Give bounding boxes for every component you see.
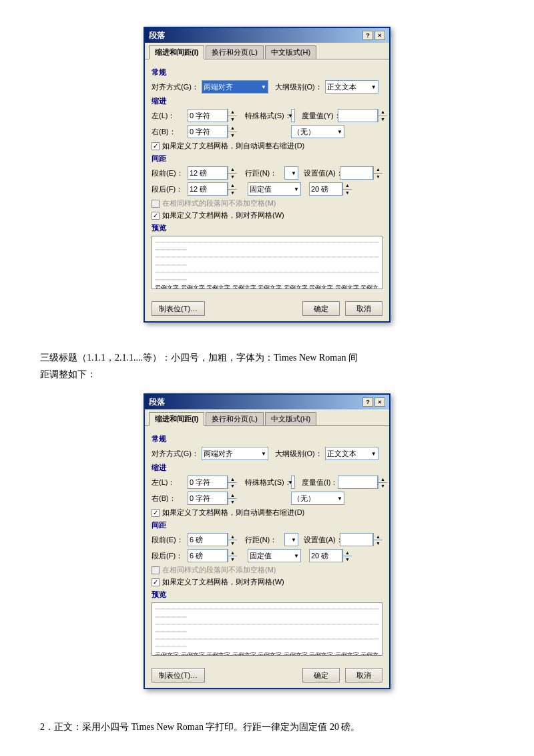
outline-dropdown[interactable]: 正文文本 ▼: [325, 80, 378, 93]
cancel-button[interactable]: 取消: [345, 301, 382, 316]
before-up[interactable]: ▲: [228, 166, 237, 173]
left-indent-up[interactable]: ▲: [228, 109, 237, 116]
right-indent-spinner[interactable]: ▲ ▼: [228, 125, 237, 138]
dialog2-measure-down[interactable]: ▼: [378, 482, 387, 490]
dialog2-fixed-dropdown[interactable]: 固定值 ▼: [248, 549, 301, 562]
dialog2-setting-group: ▲ ▼: [340, 533, 382, 546]
measure-up[interactable]: ▲: [378, 109, 387, 116]
line-spacing-dropdown[interactable]: ▼: [284, 166, 298, 180]
dialog2-setting-spinner[interactable]: ▲ ▼: [373, 533, 382, 546]
right-indent-up[interactable]: ▲: [228, 125, 237, 132]
no-space-checkbox[interactable]: [152, 200, 160, 208]
fixed-dropdown[interactable]: 固定值 ▼: [248, 182, 301, 196]
dialog2-setting-down[interactable]: ▼: [374, 540, 382, 547]
dialog2-setting-input[interactable]: [340, 533, 373, 546]
right-indent-input-group: 0 字符 ▲ ▼: [188, 125, 237, 138]
dialog2-left-up[interactable]: ▲: [228, 476, 237, 482]
special-dropdown[interactable]: ▼: [291, 109, 295, 122]
setting-input[interactable]: [340, 166, 373, 180]
left-indent-value: 0 字符: [190, 111, 210, 121]
before-input[interactable]: 12 磅: [188, 166, 228, 180]
dialog2-fixed-num-input[interactable]: 20 磅: [309, 549, 342, 562]
auto-adjust-checkbox[interactable]: [152, 142, 160, 150]
middle-text: 三级标题（1.1.1，2.1.1....等）：小四号，加粗，字体为：Times …: [40, 349, 494, 383]
setting-down[interactable]: ▼: [374, 173, 382, 180]
dialog2-tab-indent-spacing[interactable]: 缩进和间距(I): [149, 412, 204, 426]
dialog2-cancel-button[interactable]: 取消: [345, 668, 382, 683]
left-indent-down[interactable]: ▼: [228, 116, 237, 123]
after-down[interactable]: ▼: [228, 189, 237, 196]
dialog2-special-dropdown[interactable]: ▼: [291, 476, 295, 489]
setting-spinner[interactable]: ▲ ▼: [373, 166, 382, 180]
dialog2-outline-dropdown[interactable]: 正文文本 ▼: [325, 447, 378, 460]
after-input[interactable]: 12 磅: [188, 182, 228, 196]
dialog2-right-up[interactable]: ▲: [228, 492, 237, 498]
dialog2-left-input[interactable]: 0 字符: [188, 476, 228, 489]
dialog2-setting-up[interactable]: ▲: [374, 533, 382, 540]
dialog2-measure-spinner[interactable]: ▲ ▼: [378, 476, 387, 489]
dialog2-before-input[interactable]: 6 磅: [188, 533, 228, 546]
dialog2-auto-adjust-checkbox[interactable]: [152, 509, 160, 517]
dialog2-no-space-checkbox[interactable]: [152, 566, 160, 574]
after-input-group: 12 磅 ▲ ▼: [188, 182, 237, 196]
before-spinner[interactable]: ▲ ▼: [228, 166, 237, 180]
dialog2-before-up[interactable]: ▲: [228, 533, 237, 540]
dialog2-fixed-num-spinner[interactable]: ▲ ▼: [342, 549, 352, 562]
dialog2-align-dropdown[interactable]: 两端对齐 ▼: [202, 447, 268, 460]
dialog2-right-spinner[interactable]: ▲ ▼: [228, 492, 237, 505]
special-label: 特殊格式(S)：: [245, 111, 288, 121]
measure-spinner[interactable]: ▲ ▼: [378, 109, 387, 122]
right-indent-down[interactable]: ▼: [228, 132, 237, 139]
help-button[interactable]: ?: [362, 31, 373, 40]
align-dropdown[interactable]: 两端对齐 ▼: [202, 80, 268, 93]
dialog2-after-spinner[interactable]: ▲ ▼: [228, 549, 237, 562]
dialog2-left-down[interactable]: ▼: [228, 482, 237, 490]
dialog2-after-up[interactable]: ▲: [228, 549, 237, 556]
before-down[interactable]: ▼: [228, 173, 237, 180]
preview-label: 预览: [152, 223, 382, 233]
dialog2-none-dropdown-arrow: ▼: [337, 496, 342, 502]
measure-input[interactable]: [338, 109, 378, 122]
dialog2-tab-line-page[interactable]: 换行和分页(L): [206, 412, 263, 425]
dialog2-fixed-num-value: 20 磅: [311, 551, 328, 561]
dialog2-none-dropdown[interactable]: （无） ▼: [291, 492, 344, 505]
tab-chinese-format[interactable]: 中文版式(H): [265, 45, 316, 59]
fixed-num-down[interactable]: ▼: [343, 189, 352, 196]
dialog2-fixed-num-down[interactable]: ▼: [343, 556, 352, 563]
dialog2-ok-button[interactable]: 确定: [302, 668, 340, 683]
setting-up[interactable]: ▲: [374, 166, 382, 173]
dialog2-close-button[interactable]: ×: [374, 397, 385, 407]
measure-down[interactable]: ▼: [378, 116, 387, 123]
dialog2-measure-input[interactable]: [338, 476, 378, 489]
dialog2-before-spinner[interactable]: ▲ ▼: [228, 533, 237, 546]
align-grid-checkbox[interactable]: [152, 212, 160, 220]
ok-button[interactable]: 确定: [302, 301, 340, 316]
dialog2-footer: 制表位(T)… 确定 取消: [145, 664, 389, 688]
none-dropdown[interactable]: （无） ▼: [291, 125, 344, 138]
left-indent-spinner[interactable]: ▲ ▼: [228, 109, 237, 122]
dialog2-help-button[interactable]: ?: [362, 397, 373, 407]
right-indent-input[interactable]: 0 字符: [188, 125, 228, 138]
close-button[interactable]: ×: [374, 31, 385, 40]
fixed-num-spinner[interactable]: ▲ ▼: [342, 182, 352, 196]
fixed-num-up[interactable]: ▲: [343, 182, 352, 189]
dialog2-before-down[interactable]: ▼: [228, 540, 237, 547]
after-spinner[interactable]: ▲ ▼: [228, 182, 237, 196]
dialog2-measure-up[interactable]: ▲: [378, 476, 387, 482]
dialog2-tab-button[interactable]: 制表位(T)…: [152, 668, 205, 683]
dialog2-after-down[interactable]: ▼: [228, 556, 237, 563]
dialog2-right-down[interactable]: ▼: [228, 498, 237, 506]
dialog2-right-input[interactable]: 0 字符: [188, 492, 228, 505]
dialog2-tab-chinese-format[interactable]: 中文版式(H): [265, 412, 316, 425]
fixed-num-input[interactable]: 20 磅: [309, 182, 342, 196]
tab-indent-spacing[interactable]: 缩进和间距(I): [149, 45, 204, 59]
dialog2-after-input[interactable]: 6 磅: [188, 549, 228, 562]
dialog2-align-grid-checkbox[interactable]: [152, 578, 160, 586]
tab-button[interactable]: 制表位(T)…: [152, 301, 205, 316]
dialog2-left-spinner[interactable]: ▲ ▼: [228, 476, 237, 489]
dialog2-line-dropdown[interactable]: ▼: [284, 533, 298, 546]
dialog2-fixed-num-up[interactable]: ▲: [343, 549, 352, 556]
tab-line-page[interactable]: 换行和分页(L): [206, 45, 263, 59]
after-up[interactable]: ▲: [228, 182, 237, 189]
left-indent-input[interactable]: 0 字符: [188, 109, 228, 122]
